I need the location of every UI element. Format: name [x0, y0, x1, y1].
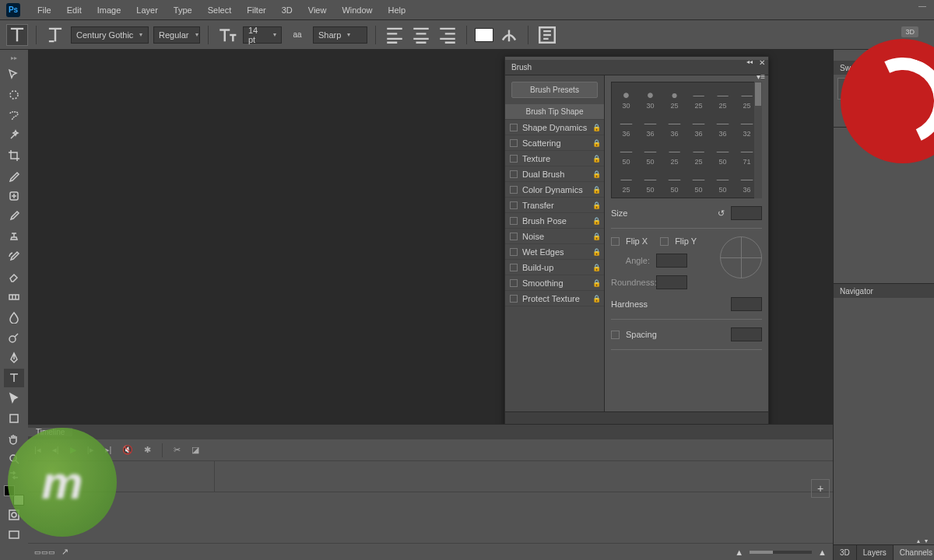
brush-preset[interactable]: —36: [687, 114, 710, 140]
lock-icon[interactable]: 🔒: [592, 201, 601, 209]
flip-y-checkbox[interactable]: [660, 237, 669, 246]
brush-preset[interactable]: —36: [663, 114, 686, 140]
menu-help[interactable]: Help: [381, 2, 414, 18]
lock-icon[interactable]: 🔒: [592, 155, 601, 163]
brush-tool[interactable]: [4, 207, 24, 226]
tab-3d[interactable]: 3D: [834, 545, 857, 560]
menu-view[interactable]: View: [300, 2, 335, 18]
transition-icon[interactable]: ◪: [191, 445, 199, 455]
align-left-button[interactable]: [384, 24, 406, 46]
menu-edit[interactable]: Edit: [59, 2, 90, 18]
gradient-tool[interactable]: [4, 288, 24, 306]
lock-icon[interactable]: 🔒: [592, 217, 601, 225]
brush-preset[interactable]: —50: [711, 142, 734, 168]
brush-preset[interactable]: —50: [639, 170, 662, 196]
menu-type[interactable]: Type: [166, 2, 200, 18]
brush-opt-smoothing[interactable]: Smoothing🔒: [505, 275, 604, 291]
angle-control[interactable]: [720, 236, 762, 278]
lock-icon[interactable]: 🔒: [592, 264, 601, 271]
font-family-dropdown[interactable]: Century Gothic: [71, 26, 149, 44]
brush-preset[interactable]: —25: [663, 142, 686, 168]
scrollbar[interactable]: [754, 82, 762, 198]
spacing-input[interactable]: [731, 327, 762, 341]
panel-close-icon[interactable]: ✕: [759, 58, 765, 67]
navigator-tab[interactable]: Navigator: [834, 284, 934, 298]
brush-preset[interactable]: —25: [687, 86, 710, 112]
brush-opt-build-up[interactable]: Build-up🔒: [505, 260, 604, 275]
collapse-up-icon[interactable]: ▴: [917, 537, 920, 544]
brush-opt-wet-edges[interactable]: Wet Edges🔒: [505, 244, 604, 260]
hardness-input[interactable]: [731, 297, 762, 311]
path-selection-tool[interactable]: [4, 389, 24, 408]
align-center-button[interactable]: [410, 24, 432, 46]
brush-opt-dual-brush[interactable]: Dual Brush🔒: [505, 166, 604, 182]
brush-opt-shape-dynamics[interactable]: Shape Dynamics🔒: [505, 120, 604, 135]
shape-tool[interactable]: [4, 409, 24, 428]
move-tool[interactable]: [4, 65, 24, 84]
brush-preset[interactable]: ●30: [615, 86, 637, 112]
eyedropper-tool[interactable]: [4, 166, 24, 185]
brush-preset[interactable]: ●25: [663, 86, 686, 112]
lock-icon[interactable]: 🔒: [592, 139, 601, 147]
brush-panel-tab[interactable]: Brush: [505, 60, 768, 75]
pen-tool[interactable]: [4, 348, 24, 367]
brush-preset[interactable]: —50: [615, 142, 637, 168]
panel-collapse-icon[interactable]: ◂◂: [746, 58, 753, 65]
navigator-view[interactable]: [834, 298, 934, 500]
brush-presets-grid[interactable]: ●30●30●25—25—25—25—36—36—36—36—36—32—50—…: [611, 82, 762, 198]
panel-menu-icon[interactable]: ▾≡: [757, 72, 765, 81]
flip-x-checkbox[interactable]: [611, 237, 620, 246]
brush-preset[interactable]: —36: [711, 114, 734, 140]
lock-icon[interactable]: 🔒: [592, 186, 601, 194]
type-tool-indicator[interactable]: [6, 24, 28, 46]
eraser-tool[interactable]: [4, 268, 24, 286]
menu-3d[interactable]: 3D: [274, 2, 300, 18]
add-media-button[interactable]: +: [811, 479, 830, 498]
zoom-slider[interactable]: [750, 551, 812, 554]
brush-preset[interactable]: —50: [687, 170, 710, 196]
brush-opt-noise[interactable]: Noise🔒: [505, 229, 604, 244]
menu-layer[interactable]: Layer: [128, 2, 166, 18]
font-weight-dropdown[interactable]: Regular: [153, 26, 200, 44]
magic-wand-tool[interactable]: [4, 126, 24, 145]
crop-tool[interactable]: [4, 146, 24, 165]
menu-window[interactable]: Window: [334, 2, 380, 18]
menu-filter[interactable]: Filter: [239, 2, 273, 18]
split-clip[interactable]: ✂: [174, 445, 181, 455]
dodge-tool[interactable]: [4, 328, 24, 347]
menu-select[interactable]: Select: [200, 2, 240, 18]
brush-opt-brush-pose[interactable]: Brush Pose🔒: [505, 213, 604, 229]
brush-preset[interactable]: —50: [639, 142, 662, 168]
brush-opt-scattering[interactable]: Scattering🔒: [505, 135, 604, 151]
brush-preset[interactable]: —50: [711, 170, 734, 196]
font-size-dropdown[interactable]: 14 pt: [243, 26, 282, 44]
menu-image[interactable]: Image: [90, 2, 129, 18]
toolbar-collapse[interactable]: ▸▸: [11, 54, 17, 65]
brush-preset[interactable]: —25: [711, 86, 734, 112]
spacing-checkbox[interactable]: [611, 331, 620, 339]
align-right-button[interactable]: [437, 24, 458, 46]
roundness-input[interactable]: [656, 275, 687, 289]
lock-icon[interactable]: 🔒: [592, 295, 601, 303]
brush-opt-transfer[interactable]: Transfer🔒: [505, 198, 604, 213]
tab-channels[interactable]: Channels: [894, 545, 934, 560]
timeline-track[interactable]: [28, 461, 833, 492]
size-input[interactable]: [731, 206, 762, 220]
brush-opt-protect-texture[interactable]: Protect Texture🔒: [505, 291, 604, 306]
history-brush-tool[interactable]: [4, 247, 24, 266]
collapse-down-icon[interactable]: ▾: [925, 537, 928, 544]
brush-opt-color-dynamics[interactable]: Color Dynamics🔒: [505, 182, 604, 198]
text-color-button[interactable]: [475, 28, 493, 42]
3d-mode-badge[interactable]: 3D: [901, 26, 918, 37]
lock-icon[interactable]: 🔒: [592, 248, 601, 256]
screen-mode-button[interactable]: [4, 526, 24, 544]
brush-preset[interactable]: —36: [615, 114, 637, 140]
zoom-in-icon[interactable]: ▲: [818, 548, 827, 557]
healing-brush-tool[interactable]: [4, 187, 24, 205]
brush-preset[interactable]: —36: [639, 114, 662, 140]
menu-file[interactable]: File: [30, 2, 59, 18]
angle-input[interactable]: [656, 254, 687, 268]
type-tool[interactable]: [4, 369, 24, 387]
blur-tool[interactable]: [4, 308, 24, 327]
lock-icon[interactable]: 🔒: [592, 124, 601, 131]
